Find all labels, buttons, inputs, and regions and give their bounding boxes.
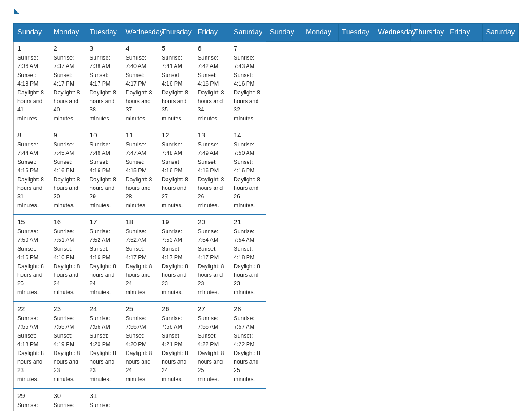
day-info: Sunrise: 7:53 AMSunset: 4:17 PMDaylight:… (162, 227, 190, 297)
day-info: Sunrise: 7:41 AMSunset: 4:16 PMDaylight:… (162, 54, 190, 123)
day-info: Sunrise: 7:56 AMSunset: 4:20 PMDaylight:… (126, 314, 154, 384)
day-info: Sunrise: 7:43 AMSunset: 4:16 PMDaylight:… (234, 54, 262, 123)
calendar-cell: 9 Sunrise: 7:45 AMSunset: 4:16 PMDayligh… (50, 128, 86, 215)
day-info: Sunrise: 7:54 AMSunset: 4:17 PMDaylight:… (198, 227, 227, 297)
col-header-saturday: Saturday (482, 24, 519, 42)
week-row-1: 1 Sunrise: 7:36 AMSunset: 4:18 PMDayligh… (14, 41, 519, 128)
calendar-cell: 1 Sunrise: 7:36 AMSunset: 4:18 PMDayligh… (14, 41, 50, 128)
calendar-cell: 17 Sunrise: 7:52 AMSunset: 4:16 PMDaylig… (86, 215, 122, 302)
day-number: 13 (198, 131, 227, 139)
calendar-cell: 4 Sunrise: 7:40 AMSunset: 4:17 PMDayligh… (122, 41, 158, 128)
calendar-cell: 3 Sunrise: 7:38 AMSunset: 4:17 PMDayligh… (86, 41, 122, 128)
calendar-cell: 25 Sunrise: 7:56 AMSunset: 4:20 PMDaylig… (122, 302, 158, 389)
day-info: Sunrise: 7:45 AMSunset: 4:16 PMDaylight:… (54, 141, 82, 210)
calendar-cell (230, 389, 266, 411)
calendar-cell: 28 Sunrise: 7:57 AMSunset: 4:22 PMDaylig… (230, 302, 266, 389)
day-info: Sunrise: 7:47 AMSunset: 4:15 PMDaylight:… (126, 141, 154, 210)
day-number: 27 (198, 305, 227, 313)
day-info: Sunrise: 7:57 AMSunset: 4:22 PMDaylight:… (234, 314, 262, 384)
day-number: 24 (90, 305, 118, 313)
day-number: 30 (54, 392, 82, 399)
day-info: Sunrise: 7:57 AMSunset: 4:23 PMDaylight:… (17, 401, 46, 411)
calendar-cell: 12 Sunrise: 7:48 AMSunset: 4:16 PMDaylig… (158, 128, 194, 215)
day-info: Sunrise: 7:36 AMSunset: 4:18 PMDaylight:… (17, 54, 46, 123)
day-number: 29 (17, 392, 46, 399)
header-wednesday: Wednesday (122, 24, 158, 42)
day-info: Sunrise: 7:50 AMSunset: 4:16 PMDaylight:… (17, 227, 46, 297)
calendar-table: SundayMondayTuesdayWednesdayThursdayFrid… (13, 23, 519, 411)
calendar-cell (122, 389, 158, 411)
day-info: Sunrise: 7:57 AMSunset: 4:25 PMDaylight:… (90, 401, 118, 411)
day-number: 3 (90, 44, 118, 52)
day-info: Sunrise: 7:42 AMSunset: 4:16 PMDaylight:… (198, 54, 227, 123)
calendar-cell: 31 Sunrise: 7:57 AMSunset: 4:25 PMDaylig… (86, 389, 122, 411)
logo-arrow-icon (14, 9, 20, 14)
calendar-cell: 21 Sunrise: 7:54 AMSunset: 4:18 PMDaylig… (230, 215, 266, 302)
day-number: 9 (54, 131, 82, 139)
day-info: Sunrise: 7:52 AMSunset: 4:16 PMDaylight:… (90, 227, 118, 297)
header-tuesday: Tuesday (86, 24, 122, 42)
header-saturday: Saturday (230, 24, 266, 42)
header-sunday: Sunday (14, 24, 50, 42)
day-info: Sunrise: 7:57 AMSunset: 4:24 PMDaylight:… (54, 401, 82, 411)
col-header-monday: Monday (302, 24, 339, 42)
week-row-4: 22 Sunrise: 7:55 AMSunset: 4:18 PMDaylig… (14, 302, 519, 389)
day-info: Sunrise: 7:56 AMSunset: 4:22 PMDaylight:… (198, 314, 227, 384)
calendar-cell: 29 Sunrise: 7:57 AMSunset: 4:23 PMDaylig… (14, 389, 50, 411)
page-header (13, 9, 519, 14)
calendar-cell: 8 Sunrise: 7:44 AMSunset: 4:16 PMDayligh… (14, 128, 50, 215)
calendar-cell: 6 Sunrise: 7:42 AMSunset: 4:16 PMDayligh… (194, 41, 230, 128)
week-row-2: 8 Sunrise: 7:44 AMSunset: 4:16 PMDayligh… (14, 128, 519, 215)
calendar-cell: 10 Sunrise: 7:46 AMSunset: 4:16 PMDaylig… (86, 128, 122, 215)
col-header-thursday: Thursday (410, 24, 446, 42)
day-info: Sunrise: 7:49 AMSunset: 4:16 PMDaylight:… (198, 141, 227, 210)
day-number: 6 (198, 44, 227, 52)
calendar-cell: 11 Sunrise: 7:47 AMSunset: 4:15 PMDaylig… (122, 128, 158, 215)
day-info: Sunrise: 7:48 AMSunset: 4:16 PMDaylight:… (162, 141, 190, 210)
col-header-tuesday: Tuesday (338, 24, 374, 42)
day-info: Sunrise: 7:50 AMSunset: 4:16 PMDaylight:… (234, 141, 262, 210)
day-info: Sunrise: 7:56 AMSunset: 4:20 PMDaylight:… (90, 314, 118, 384)
day-number: 11 (126, 131, 154, 139)
day-number: 16 (54, 218, 82, 226)
calendar-cell: 20 Sunrise: 7:54 AMSunset: 4:17 PMDaylig… (194, 215, 230, 302)
calendar-cell: 26 Sunrise: 7:56 AMSunset: 4:21 PMDaylig… (158, 302, 194, 389)
day-number: 23 (54, 305, 82, 313)
day-number: 7 (234, 44, 262, 52)
col-header-friday: Friday (446, 24, 483, 42)
day-number: 15 (17, 218, 46, 226)
day-number: 10 (90, 131, 118, 139)
calendar-cell: 19 Sunrise: 7:53 AMSunset: 4:17 PMDaylig… (158, 215, 194, 302)
day-info: Sunrise: 7:44 AMSunset: 4:16 PMDaylight:… (17, 141, 46, 210)
day-info: Sunrise: 7:55 AMSunset: 4:19 PMDaylight:… (54, 314, 82, 384)
day-number: 19 (162, 218, 190, 226)
day-number: 18 (126, 218, 154, 226)
calendar-cell: 22 Sunrise: 7:55 AMSunset: 4:18 PMDaylig… (14, 302, 50, 389)
day-info: Sunrise: 7:40 AMSunset: 4:17 PMDaylight:… (126, 54, 154, 123)
day-number: 2 (54, 44, 82, 52)
day-info: Sunrise: 7:37 AMSunset: 4:17 PMDaylight:… (54, 54, 82, 123)
day-number: 20 (198, 218, 227, 226)
header-friday: Friday (194, 24, 230, 42)
day-info: Sunrise: 7:52 AMSunset: 4:17 PMDaylight:… (126, 227, 154, 297)
day-info: Sunrise: 7:51 AMSunset: 4:16 PMDaylight:… (54, 227, 82, 297)
col-header-wednesday: Wednesday (374, 24, 411, 42)
calendar-cell (158, 389, 194, 411)
calendar-cell: 30 Sunrise: 7:57 AMSunset: 4:24 PMDaylig… (50, 389, 86, 411)
calendar-cell: 15 Sunrise: 7:50 AMSunset: 4:16 PMDaylig… (14, 215, 50, 302)
day-number: 1 (17, 44, 46, 52)
calendar-cell: 18 Sunrise: 7:52 AMSunset: 4:17 PMDaylig… (122, 215, 158, 302)
week-row-3: 15 Sunrise: 7:50 AMSunset: 4:16 PMDaylig… (14, 215, 519, 302)
day-info: Sunrise: 7:55 AMSunset: 4:18 PMDaylight:… (17, 314, 46, 384)
calendar-cell: 16 Sunrise: 7:51 AMSunset: 4:16 PMDaylig… (50, 215, 86, 302)
calendar-cell (194, 389, 230, 411)
day-info: Sunrise: 7:46 AMSunset: 4:16 PMDaylight:… (90, 141, 118, 210)
header-monday: Monday (50, 24, 86, 42)
day-number: 12 (162, 131, 190, 139)
calendar-cell: 27 Sunrise: 7:56 AMSunset: 4:22 PMDaylig… (194, 302, 230, 389)
day-info: Sunrise: 7:38 AMSunset: 4:17 PMDaylight:… (90, 54, 118, 123)
day-number: 25 (126, 305, 154, 313)
calendar-cell: 13 Sunrise: 7:49 AMSunset: 4:16 PMDaylig… (194, 128, 230, 215)
day-number: 8 (17, 131, 46, 139)
logo[interactable] (13, 9, 21, 14)
